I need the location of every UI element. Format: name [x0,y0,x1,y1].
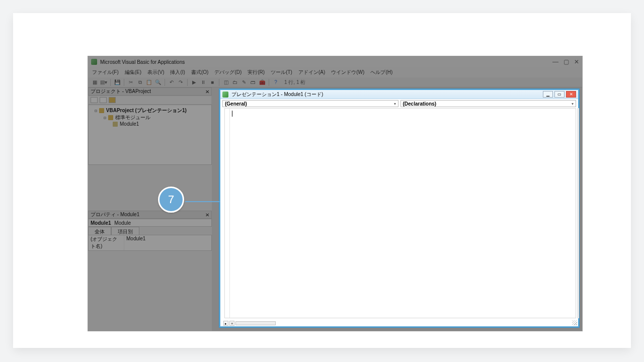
annotation-step-circle: 7 [158,187,184,213]
code-window: プレゼンテーション1 - Module1 (コード) (General) ▾ (… [219,89,579,327]
toolbar: ▦ ▤▾ 💾 ✂ ⧉ 📋 🔍 ↶ ↷ ▶ ⏸ ■ ◫ 🗀 ✎ 🗃 🧰 ? 1 行… [88,77,582,87]
collapse-icon[interactable]: ⊟ [95,109,97,113]
pane-close-icon[interactable]: ✕ [205,89,209,95]
menu-item[interactable]: ウインドウ(W) [331,69,364,76]
vertical-scrollbar[interactable] [577,108,579,318]
code-selector-bar: (General) ▾ (Declarations) ▾ [220,99,578,107]
properties-pane: プロパティ - Module1 ✕ Module1 Module 全体 項目別 … [88,211,212,331]
separator [124,79,124,86]
properties-object-selector[interactable]: Module1 Module [88,219,212,227]
text-caret [232,111,232,117]
toolbox-icon[interactable]: 🧰 [259,79,266,86]
save-icon[interactable]: 💾 [114,79,121,86]
cut-icon[interactable]: ✂ [127,79,134,86]
menu-item[interactable]: 挿入(I) [170,69,185,76]
vba-app-icon [91,59,97,65]
chevron-down-icon: ▾ [572,102,574,106]
menu-item[interactable]: 書式(O) [191,69,208,76]
object-browser-icon[interactable]: 🗃 [250,79,257,86]
module-node[interactable]: Module1 [90,121,210,127]
property-row[interactable]: (オブジェクト名) Module1 [89,235,211,250]
left-docked-panels: プロジェクト - VBAProject ✕ ⊟ VBAProject (プレゼン… [88,87,212,331]
add-module-icon[interactable]: ▤▾ [100,79,107,86]
code-window-title: プレゼンテーション1 - Module1 (コード) [231,91,323,98]
line-col-indicator: 1 行, 1 桁 [284,79,305,86]
presentation-frame: Microsoft Visual Basic for Applications … [13,13,631,348]
view-mode-buttons: ▸ ≡ [223,320,276,326]
view-object-icon[interactable] [100,97,107,103]
view-code-icon[interactable] [91,97,98,103]
vbaproject-icon [99,108,104,113]
procedure-dropdown-value: (Declarations) [403,101,437,107]
project-explorer-icon[interactable]: 🗀 [231,79,238,86]
procedure-dropdown[interactable]: (Declarations) ▾ [400,100,577,107]
modules-folder-node[interactable]: ⊟ 標準モジュール [90,114,210,121]
menu-item[interactable]: アドイン(A) [298,69,325,76]
separator [110,79,111,86]
minimize-button[interactable]: — [552,58,558,65]
menu-item[interactable]: 実行(R) [248,69,265,76]
menu-item[interactable]: デバッグ(D) [214,69,242,76]
close-button[interactable]: ✕ [574,58,579,65]
menu-item[interactable]: ファイル(F) [92,69,119,76]
tab-all[interactable]: 全体 [88,227,111,235]
properties-grid[interactable]: (オブジェクト名) Module1 [88,235,212,251]
chevron-down-icon: ▾ [394,102,396,106]
break-icon[interactable]: ⏸ [200,79,207,86]
help-icon[interactable]: ? [272,79,279,86]
minimize-button[interactable] [543,91,553,98]
properties-title: プロパティ - Module1 [91,211,139,218]
separator [219,79,219,86]
module-label: Module1 [120,121,139,127]
separator [269,79,269,86]
property-value[interactable]: Module1 [124,235,211,250]
code-editor[interactable] [224,108,576,318]
modules-folder-label: 標準モジュール [115,114,150,121]
procedure-view-button[interactable]: ▸ [223,321,228,326]
find-icon[interactable]: 🔍 [154,79,162,86]
code-window-titlebar[interactable]: プレゼンテーション1 - Module1 (コード) [220,90,578,99]
project-tree[interactable]: ⊟ VBAProject (プレゼンテーション1) ⊟ 標準モジュール Modu… [88,105,212,165]
maximize-button[interactable]: ▢ [564,58,569,65]
tab-categorized[interactable]: 項目別 [111,227,139,235]
project-root-node[interactable]: ⊟ VBAProject (プレゼンテーション1) [90,107,210,114]
project-explorer-toolbar [88,96,212,105]
pane-close-icon[interactable]: ✕ [205,212,209,218]
project-root-label: VBAProject (プレゼンテーション1) [106,107,187,114]
maximize-button[interactable] [554,91,565,98]
properties-icon[interactable]: ✎ [240,79,248,86]
horizontal-scrollbar[interactable] [235,321,276,325]
design-mode-icon[interactable]: ◫ [222,79,229,86]
menu-item[interactable]: ツール(T) [271,69,292,76]
separator [187,79,188,86]
full-module-view-button[interactable]: ≡ [229,321,234,326]
run-icon[interactable]: ▶ [191,79,198,86]
menu-bar: ファイル(F) 編集(E) 表示(V) 挿入(I) 書式(O) デバッグ(D) … [88,67,582,77]
undo-icon[interactable]: ↶ [168,79,175,86]
indicator-margin [225,109,230,318]
titlebar: Microsoft Visual Basic for Applications … [88,56,582,67]
paste-icon[interactable]: 📋 [145,79,152,86]
selected-object-name: Module1 [91,220,111,226]
view-host-icon[interactable]: ▦ [91,79,98,86]
properties-titlebar: プロパティ - Module1 ✕ [88,211,212,219]
object-dropdown[interactable]: (General) ▾ [222,100,398,107]
reset-icon[interactable]: ■ [209,79,216,86]
folder-icon [108,115,113,120]
menu-item[interactable]: ヘルプ(H) [370,69,392,76]
module-window-icon [222,92,228,98]
separator [165,79,165,86]
toggle-folders-icon[interactable] [109,97,116,103]
properties-tabs: 全体 項目別 [88,227,212,235]
window-title: Microsoft Visual Basic for Applications [100,59,185,65]
menu-item[interactable]: 編集(E) [125,69,141,76]
collapse-icon[interactable]: ⊟ [104,116,106,120]
copy-icon[interactable]: ⧉ [136,79,143,86]
menu-item[interactable]: 表示(V) [147,69,164,76]
close-button[interactable] [566,91,576,98]
project-explorer-titlebar: プロジェクト - VBAProject ✕ [88,87,212,96]
resize-grip-icon[interactable] [572,320,577,325]
property-name: (オブジェクト名) [89,235,124,250]
redo-icon[interactable]: ↷ [177,79,184,86]
object-dropdown-value: (General) [225,101,247,107]
